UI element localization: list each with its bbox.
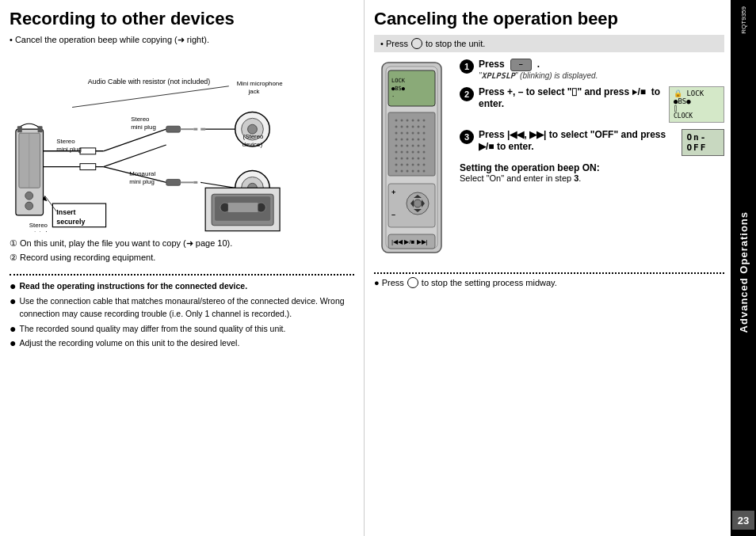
step-3-content: Press |◀◀, ▶▶| to select "OFF" and press… <box>479 129 724 156</box>
setting-on-text: Select "On" and enter in step 3. <box>460 173 724 183</box>
svg-point-71 <box>412 120 414 122</box>
svg-point-87 <box>401 139 403 141</box>
bullet-text-2: Use the connection cable that matches mo… <box>19 295 354 321</box>
diagram-area: Audio Cable with resistor (not included) <box>10 50 354 232</box>
lcd-screen-3: On-OFF <box>682 129 724 156</box>
svg-point-95 <box>412 145 414 147</box>
bullet-item-4: ● Adjust the recording volume on this un… <box>10 337 354 350</box>
svg-point-118 <box>407 170 409 173</box>
bullet-item-2: ● Use the connection cable that matches … <box>10 295 354 321</box>
svg-point-116 <box>395 170 398 173</box>
left-subtitle: • Cancel the operation beep while copyin… <box>10 35 354 45</box>
svg-point-100 <box>407 151 409 154</box>
svg-text:securely: securely <box>56 218 85 226</box>
svg-rect-59 <box>228 203 258 212</box>
svg-text:Insert: Insert <box>56 208 75 216</box>
step-1-sub: "XPLPSLP" (blinking) is displayed. <box>479 71 724 80</box>
svg-point-103 <box>423 151 426 154</box>
setting-on-section: Setting the operation beep ON: Select "O… <box>460 162 724 183</box>
bullet-text-3: The recorded sound quality may differ fr… <box>19 323 285 336</box>
svg-point-119 <box>412 170 414 173</box>
svg-point-69 <box>401 120 403 122</box>
left-title: Recording to other devices <box>10 10 354 29</box>
svg-point-5 <box>25 192 33 200</box>
bullet-item-3: ● The recorded sound quality may differ … <box>10 323 354 336</box>
svg-text:(Stereo: (Stereo <box>243 133 264 140</box>
svg-point-70 <box>407 120 409 122</box>
rqt-number: RQT9359 <box>740 6 747 34</box>
step-3-with-image: Press |◀◀, ▶▶| to select "OFF" and press… <box>479 129 724 156</box>
svg-point-93 <box>401 145 403 147</box>
svg-point-102 <box>418 151 420 154</box>
steps-container: LOCK ●BS● · <box>374 59 724 266</box>
setting-on-title: Setting the operation beep ON: <box>460 162 724 173</box>
svg-text:●BS●: ●BS● <box>391 86 406 92</box>
svg-rect-12 <box>80 164 96 170</box>
svg-point-121 <box>423 170 426 173</box>
svg-text:+: + <box>391 188 395 196</box>
svg-text:LOCK: LOCK <box>391 78 406 84</box>
step-2-main: Press +, – to select "⌷" and press ▶/■ t… <box>479 86 662 111</box>
bullet-dot: ● <box>10 295 16 306</box>
svg-point-80 <box>395 132 398 135</box>
svg-point-130 <box>414 200 422 207</box>
dotted-divider <box>10 274 354 276</box>
svg-point-81 <box>401 132 403 135</box>
svg-point-91 <box>423 139 426 141</box>
svg-point-108 <box>418 158 420 160</box>
page-number: 23 <box>732 511 754 530</box>
svg-text:Audio Cable with resistor (not: Audio Cable with resistor (not included) <box>88 78 210 86</box>
diagram-svg: Audio Cable with resistor (not included) <box>10 50 354 232</box>
step-2-number: 2 <box>460 87 474 101</box>
svg-text:device): device) <box>242 141 263 148</box>
step2: ② Record using recording equipment. <box>10 251 354 265</box>
svg-point-111 <box>401 164 403 166</box>
bullet-text-4: Adjust the recording volume on this unit… <box>19 337 239 350</box>
svg-text:Stereo: Stereo <box>131 116 150 123</box>
device-image-area: LOCK ●BS● · <box>374 59 453 266</box>
svg-point-68 <box>395 120 398 122</box>
steps-row: ① On this unit, play the file you want t… <box>10 237 354 264</box>
svg-text:jack: jack <box>248 88 260 95</box>
svg-point-110 <box>395 164 398 166</box>
svg-text:mini plug: mini plug <box>131 124 156 131</box>
step-2: 2 Press +, – to select "⌷" and press ▶/■… <box>460 86 724 123</box>
bullet-dot: ● <box>10 280 16 291</box>
left-section: Recording to other devices • Cancel the … <box>0 0 365 536</box>
svg-point-115 <box>423 164 426 166</box>
svg-text:|◀◀  ▶/■  ▶▶|: |◀◀ ▶/■ ▶▶| <box>391 238 428 245</box>
step-1-number: 1 <box>460 59 474 74</box>
svg-point-78 <box>418 126 420 128</box>
right-title: Canceling the operation beep <box>374 10 724 29</box>
svg-point-86 <box>395 139 398 141</box>
step-3-main: Press |◀◀, ▶▶| to select "OFF" and press… <box>479 129 675 154</box>
side-bar-label: Advanced Operations <box>738 211 750 333</box>
bottom-note-text2: to stop the setting process midway. <box>422 278 557 287</box>
svg-text:·: · <box>391 93 395 100</box>
stop-button-circle <box>411 38 422 49</box>
svg-point-89 <box>412 139 414 141</box>
step-2-content: Press +, – to select "⌷" and press ▶/■ t… <box>479 86 724 123</box>
svg-text:Stereo: Stereo <box>56 138 75 145</box>
svg-point-85 <box>423 132 426 135</box>
press-btn: – <box>510 59 532 71</box>
svg-point-107 <box>412 158 414 160</box>
svg-text:Mini microphone: Mini microphone <box>237 80 284 87</box>
step-3: 3 Press |◀◀, ▶▶| to select "OFF" and pre… <box>460 129 724 156</box>
svg-point-77 <box>412 126 414 128</box>
svg-rect-3 <box>19 133 40 188</box>
svg-text:mini plug: mini plug <box>129 179 155 186</box>
svg-point-6 <box>25 202 33 210</box>
stop-button-circle-2 <box>407 277 418 288</box>
svg-rect-8 <box>38 126 43 132</box>
svg-line-42 <box>200 183 235 188</box>
svg-point-72 <box>418 120 420 122</box>
step-1-content: Press – . "XPLPSLP" (blinking) is displa… <box>479 59 724 80</box>
step-3-text: Press |◀◀, ▶▶| to select "OFF" and press… <box>479 129 675 154</box>
svg-point-99 <box>401 151 403 154</box>
svg-point-83 <box>412 132 414 135</box>
svg-line-0 <box>72 86 229 108</box>
svg-point-73 <box>423 120 426 122</box>
step-2-text: Press +, – to select "⌷" and press ▶/■ t… <box>479 86 662 111</box>
svg-rect-15 <box>166 126 181 132</box>
